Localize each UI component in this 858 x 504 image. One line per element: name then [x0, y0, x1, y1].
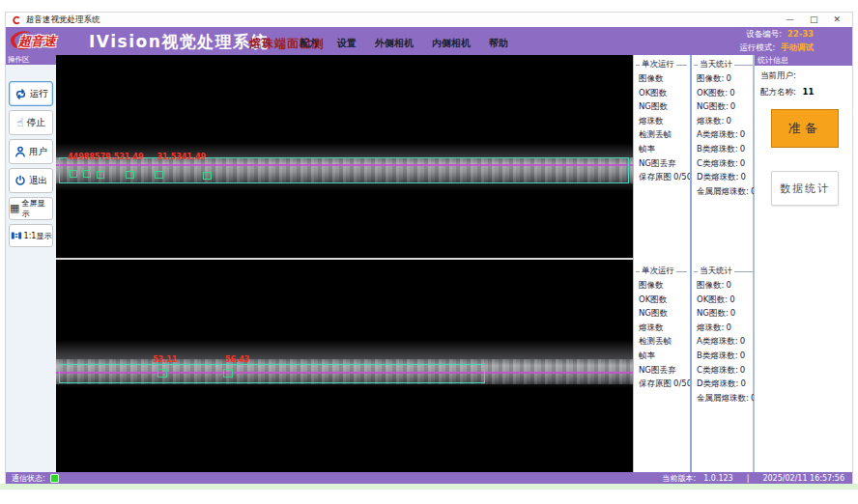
- comm-status-indicator: [50, 474, 59, 483]
- today-stats-column: 当天统计 图像数:0 OK图数:0 NG图数:0 熔珠数:0 A类熔珠数:0 B…: [692, 55, 756, 258]
- stat-row: 图像数: [634, 278, 690, 293]
- group-header: 当天统计: [692, 58, 756, 71]
- fullscreen-button[interactable]: ▦ 全屏显示: [9, 197, 53, 220]
- current-user-label: 当前用户:: [760, 70, 796, 80]
- user-button[interactable]: 用户: [9, 139, 53, 164]
- stat-row: 熔珠数: [634, 321, 690, 335]
- header: 超音速 IVision视觉处理系统 熔珠端面检测 配方 设置 外侧相机 内侧相机…: [6, 27, 852, 55]
- current-user-row: 当前用户:: [755, 66, 852, 82]
- user-button-label: 用户: [29, 146, 47, 158]
- measurement-value: 53.11: [153, 355, 177, 364]
- run-button-label: 运行: [30, 88, 48, 100]
- stat-row: 检测丢帧: [634, 334, 690, 349]
- stat-row: 图像数:0: [692, 71, 756, 86]
- device-number-value: 22-33: [787, 29, 814, 39]
- version-value: 1.0.123: [703, 474, 733, 483]
- stat-row: 金属屑熔珠数:0: [692, 391, 756, 406]
- stat-row: NG图数: [634, 99, 690, 114]
- stat-row: 保存原图0/500: [634, 377, 690, 391]
- feature-box: [97, 171, 104, 179]
- stat-row: 金属屑熔珠数:0: [692, 184, 756, 199]
- menu-item-inner-camera[interactable]: 内侧相机: [432, 37, 471, 50]
- stat-row: 帧率: [634, 349, 690, 363]
- user-icon: [14, 146, 26, 157]
- stat-row: 熔珠数:0: [692, 114, 756, 128]
- feature-box: [126, 171, 134, 179]
- stat-row: 熔珠数:0: [692, 321, 756, 335]
- menu-item-outer-camera[interactable]: 外侧相机: [375, 37, 414, 50]
- stat-row: NG图丢弃: [634, 363, 690, 378]
- menu-item-settings[interactable]: 设置: [337, 37, 357, 50]
- exit-button-label: 退出: [29, 175, 47, 187]
- feature-box: [70, 170, 77, 178]
- prepare-button[interactable]: 准备: [771, 109, 839, 148]
- run-button[interactable]: 运行: [9, 81, 53, 106]
- measurement-value: 56.43: [225, 355, 249, 364]
- stat-row: 保存原图0/500: [634, 170, 690, 184]
- measurement-value: 44988579.531.49: [68, 153, 143, 161]
- run-mode-value: 手动调试: [781, 42, 814, 52]
- one-to-one-button[interactable]: 1:1显示: [9, 224, 53, 247]
- version-info: 当前版本: 1.0.123 | 2025/02/11 16:57:56: [662, 473, 844, 484]
- logo-text: 超音速: [18, 33, 56, 50]
- one-to-one-icon: [11, 230, 22, 241]
- power-icon: [14, 175, 26, 186]
- today-stats-column: 当天统计 图像数:0 OK图数:0 NG图数:0 熔珠数:0 A类熔珠数:0 B…: [692, 258, 756, 472]
- group-header: 当天统计: [692, 265, 756, 278]
- measurement-value: 31.5341.49: [157, 153, 206, 161]
- feature-box: [83, 170, 91, 178]
- exit-button[interactable]: 退出: [9, 168, 53, 193]
- stat-row: 图像数: [634, 71, 690, 86]
- feature-box: [223, 369, 233, 378]
- device-number-label: 设备编号:: [746, 29, 782, 39]
- stats-panel-top: 单次运行 图像数 OK图数 NG图数 熔珠数 检测丢帧 帧率 NG图丢弃 保存原…: [633, 55, 754, 258]
- desktop-strip: [0, 484, 858, 490]
- stat-row: B类熔珠数:0: [692, 349, 756, 363]
- status-bar: 通信状态: 当前版本: 1.0.123 | 2025/02/11 16:57:5…: [6, 472, 852, 484]
- info-panel-title: 统计信息: [755, 55, 852, 66]
- feature-box: [155, 171, 163, 179]
- stat-row: A类熔珠数:0: [692, 334, 756, 349]
- titlebar: 超音速视觉处理系统 — □ ✕: [6, 13, 852, 27]
- comm-status-label: 通信状态:: [12, 473, 45, 484]
- app-icon: [12, 15, 21, 25]
- maximize-button[interactable]: □: [810, 13, 818, 27]
- single-run-column: 单次运行 图像数 OK图数 NG图数 熔珠数 检测丢帧 帧率 NG图丢弃 保存原…: [634, 55, 692, 258]
- recipe-name-value: 11: [803, 87, 815, 97]
- stat-row: 帧率: [634, 142, 690, 156]
- stat-row: D类熔珠数:0: [692, 377, 756, 391]
- stat-row: 熔珠数: [634, 114, 690, 128]
- stat-row: C类熔珠数:0: [692, 156, 756, 171]
- menu-item-recipe[interactable]: 配方: [300, 37, 319, 50]
- stat-row: OK图数:0: [692, 293, 756, 307]
- stat-row: A类熔珠数:0: [692, 127, 756, 142]
- stat-row: NG图数:0: [692, 99, 756, 114]
- menu-item-help[interactable]: 帮助: [489, 37, 508, 50]
- stat-row: OK图数: [634, 86, 690, 100]
- one-to-one-button-label: 1:1显示: [24, 231, 52, 241]
- recipe-name-label: 配方名称:: [760, 87, 796, 97]
- stat-row: OK图数:0: [692, 86, 756, 100]
- run-mode-label: 运行模式:: [739, 42, 775, 52]
- feature-box: [157, 369, 167, 378]
- version-label: 当前版本:: [662, 473, 696, 484]
- sync-icon: [14, 88, 27, 100]
- sidebar: 操作区 运行 ☝ 停止 用户 退出 ▦: [6, 55, 57, 472]
- close-button[interactable]: ✕: [833, 13, 841, 27]
- sidebar-title: 操作区: [6, 55, 56, 65]
- recipe-name-row: 配方名称: 11: [755, 82, 852, 98]
- window-title: 超音速视觉处理系统: [26, 14, 100, 26]
- stop-button[interactable]: ☝ 停止: [9, 110, 53, 135]
- stat-row: D类熔珠数:0: [692, 170, 756, 184]
- device-info: 设备编号: 22-33 运行模式: 手动调试: [739, 28, 814, 54]
- info-panel: 统计信息 当前用户: 配方名称: 11 准备 数据统计: [754, 55, 852, 472]
- stat-row: B类熔珠数:0: [692, 142, 756, 156]
- stat-row: 检测丢帧: [634, 127, 690, 142]
- detection-box-top: [59, 157, 629, 183]
- group-header: 单次运行: [634, 58, 690, 71]
- minimize-button[interactable]: —: [786, 13, 794, 27]
- fullscreen-button-label: 全屏显示: [21, 198, 52, 219]
- datetime-value: 2025/02/11 16:57:56: [762, 474, 844, 483]
- data-statistics-button[interactable]: 数据统计: [771, 171, 839, 206]
- single-run-column: 单次运行 图像数 OK图数 NG图数 熔珠数 检测丢帧 帧率 NG图丢弃 保存原…: [634, 258, 692, 472]
